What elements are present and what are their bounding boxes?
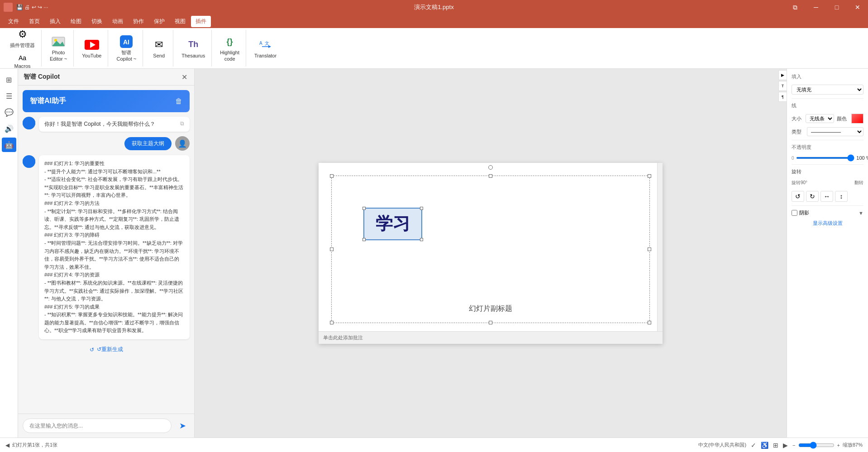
handle-br[interactable] bbox=[648, 321, 651, 324]
title-handle-br[interactable] bbox=[420, 238, 423, 241]
ai-input-field[interactable] bbox=[23, 419, 172, 433]
status-bar: ◀ 幻灯片第1张，共1张 中文(中华人民共和国) ✓ ♿ ⊞ ▶ − + 缩放8… bbox=[0, 438, 868, 452]
line-size-select[interactable]: 无线条 bbox=[806, 114, 834, 123]
ai-copilot-icon: AI bbox=[119, 34, 134, 49]
svg-marker-9 bbox=[268, 45, 271, 48]
handle-tl[interactable] bbox=[330, 174, 334, 178]
greeting-message: 你好！我是智谱 Copilot，今天我能帮你什么？ ⧉ bbox=[23, 117, 190, 132]
slide-main-title: 学习 bbox=[376, 212, 410, 235]
rotate-ccw-btn[interactable]: ↺ bbox=[792, 191, 804, 202]
handle-ml[interactable] bbox=[330, 247, 334, 251]
menu-protect[interactable]: 保护 bbox=[149, 16, 169, 27]
zoom-slider[interactable] bbox=[798, 442, 835, 449]
translator-label: Translator bbox=[254, 53, 277, 59]
line-color-picker[interactable] bbox=[851, 114, 863, 124]
slide-info: 幻灯片第1张，共1张 bbox=[12, 442, 57, 448]
ribbon-group-manage: ⚙ 插件管理器 Aa Macros bbox=[4, 30, 42, 67]
ribbon-group-photo: PhotoEditor ~ bbox=[43, 30, 74, 67]
ai-response-message: ### 幻灯片1: 学习的重要性 - **提升个人能力**: 通过学习可以不断增… bbox=[23, 155, 190, 339]
maximize-btn[interactable]: □ bbox=[826, 0, 847, 14]
fill-select[interactable]: 无填充 bbox=[792, 85, 863, 95]
slide-selection-box: 学习 幻灯片副标题 bbox=[331, 176, 650, 323]
vertical-scrollbar[interactable] bbox=[657, 163, 663, 331]
minimize-btn[interactable]: ─ bbox=[806, 0, 826, 14]
sidebar-icon-slides[interactable]: ⊞ bbox=[2, 72, 16, 87]
menu-view[interactable]: 视图 bbox=[170, 16, 190, 27]
shadow-dropdown[interactable]: ▼ bbox=[858, 210, 863, 216]
title-text-box[interactable]: 学习 bbox=[363, 208, 422, 240]
handle-tm[interactable] bbox=[489, 174, 492, 178]
restore-btn[interactable]: ⧉ bbox=[785, 0, 806, 14]
zoom-in-btn[interactable]: + bbox=[837, 442, 840, 448]
rotate-handle[interactable] bbox=[488, 165, 493, 170]
ai-panel-close-btn[interactable]: ✕ bbox=[180, 72, 189, 81]
advanced-settings-btn[interactable]: 显示高级设置 bbox=[792, 220, 863, 227]
regenerate-row[interactable]: ↺ ↺重新生成 bbox=[23, 344, 190, 355]
youtube-label: YouTube bbox=[82, 53, 101, 59]
plugin-manager-btn[interactable]: ⚙ 插件管理器 bbox=[6, 25, 38, 50]
title-handle-tr[interactable] bbox=[420, 207, 423, 210]
ai-copilot-btn[interactable]: AI 智谱Copilot ~ bbox=[113, 32, 140, 65]
translator-btn[interactable]: A 文 Translator bbox=[251, 32, 280, 65]
slide-subtitle-area[interactable]: 幻灯片副标题 bbox=[332, 304, 649, 314]
shadow-checkbox[interactable] bbox=[792, 210, 797, 216]
svg-text:文: 文 bbox=[265, 41, 269, 46]
right-tab-1[interactable]: ▶ bbox=[778, 70, 787, 80]
thesaurus-btn[interactable]: Th Thesaurus bbox=[178, 32, 209, 65]
slide-canvas[interactable]: 学习 幻灯片副标题 单击此处添加批注 bbox=[319, 163, 663, 344]
sidebar-icon-comments[interactable]: 💬 bbox=[2, 105, 16, 119]
spell-check-icon[interactable]: ✓ bbox=[751, 442, 756, 449]
zoom-out-btn[interactable]: − bbox=[792, 442, 795, 448]
greeting-text: 你好！我是智谱 Copilot，今天我能帮你什么？ bbox=[44, 121, 155, 127]
photo-editor-btn[interactable]: PhotoEditor ~ bbox=[46, 32, 71, 65]
youtube-btn[interactable]: YouTube bbox=[78, 32, 105, 65]
rotate-cw-btn[interactable]: ↻ bbox=[806, 191, 819, 202]
sidebar-icon-audio[interactable]: 🔊 bbox=[2, 121, 16, 136]
bottom-note-text: 单击此处添加批注 bbox=[323, 334, 363, 341]
handle-tr[interactable] bbox=[648, 174, 651, 178]
status-right: 中文(中华人民共和国) ✓ ♿ ⊞ ▶ − + 缩放87% bbox=[698, 442, 863, 449]
document-title: 演示文稿1.pptx bbox=[414, 3, 453, 11]
right-panel: 填入 无填充 线 大小 无线条 颜色 类型 —————— 不透明度 0 bbox=[787, 69, 868, 438]
handle-mr[interactable] bbox=[648, 247, 651, 251]
ai-panel-title: 智谱 Copilot bbox=[24, 73, 60, 81]
right-panel-tabs: ▶ T ¶ bbox=[778, 70, 787, 102]
ai-delete-btn[interactable]: 🗑 bbox=[175, 97, 182, 105]
opacity-label: 不透明度 bbox=[792, 144, 863, 151]
highlight-code-btn[interactable]: {} Highlightcode bbox=[216, 32, 243, 65]
copy-icon[interactable]: ⧉ bbox=[180, 120, 184, 127]
menu-plugin[interactable]: 插件 bbox=[191, 16, 211, 27]
right-tab-3[interactable]: ¶ bbox=[778, 92, 787, 102]
macros-icon: Aa bbox=[15, 53, 30, 62]
ai-send-btn[interactable]: ➤ bbox=[175, 419, 190, 433]
close-btn[interactable]: ✕ bbox=[847, 0, 868, 14]
type-select[interactable]: —————— bbox=[807, 127, 863, 136]
flip-v-btn[interactable]: ↕ bbox=[835, 191, 848, 202]
send-btn[interactable]: ✉ Send bbox=[148, 32, 170, 65]
opacity-slider[interactable] bbox=[796, 157, 854, 159]
svg-text:A: A bbox=[259, 41, 262, 46]
opacity-row: 0 100 % bbox=[792, 155, 863, 161]
menu-animation[interactable]: 动画 bbox=[108, 16, 128, 27]
menu-insert[interactable]: 插入 bbox=[45, 16, 65, 27]
title-handle-bl[interactable] bbox=[362, 238, 366, 241]
accessibility-icon[interactable]: ♿ bbox=[761, 442, 768, 449]
ribbon-group-youtube: YouTube bbox=[76, 30, 108, 67]
right-tab-2[interactable]: T bbox=[778, 81, 787, 91]
menu-transition[interactable]: 切换 bbox=[87, 16, 107, 27]
view-normal-btn[interactable]: ⊞ bbox=[773, 442, 778, 449]
sidebar-icon-ai[interactable]: 🤖 bbox=[2, 138, 16, 152]
handle-bm[interactable] bbox=[489, 321, 492, 324]
slide-nav-prev[interactable]: ◀ bbox=[5, 442, 10, 448]
get-outline-btn[interactable]: 获取主题大纲 bbox=[124, 137, 172, 150]
type-row: 类型 —————— bbox=[792, 127, 863, 136]
sidebar-icon-outline[interactable]: ☰ bbox=[2, 89, 16, 103]
divider-2 bbox=[792, 140, 863, 140]
view-presentation-btn[interactable]: ▶ bbox=[783, 442, 788, 449]
menu-collaborate[interactable]: 协作 bbox=[129, 16, 148, 27]
flip-h-btn[interactable]: ↔ bbox=[820, 191, 833, 202]
handle-bl[interactable] bbox=[330, 321, 334, 324]
macros-btn[interactable]: Aa Macros bbox=[10, 52, 34, 71]
title-handle-tl[interactable] bbox=[362, 207, 366, 210]
menu-draw[interactable]: 绘图 bbox=[66, 16, 86, 27]
